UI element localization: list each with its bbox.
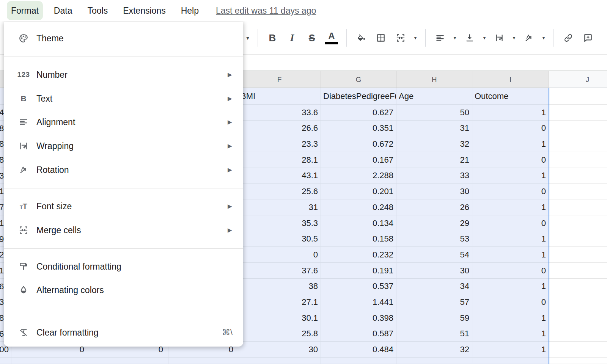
cell-age[interactable]: 34 — [396, 279, 472, 294]
cell-pedigree[interactable]: 0.191 — [321, 263, 396, 279]
cell-j[interactable] — [549, 215, 607, 231]
cell-pedigree[interactable]: 1.441 — [321, 294, 396, 310]
cell-outcome[interactable]: 0 — [472, 121, 549, 136]
menu-item-font-size[interactable]: TTFont size▶ — [4, 195, 243, 218]
cell-bmi[interactable]: 33.6 — [238, 105, 321, 121]
column-header-g[interactable]: G — [321, 71, 396, 88]
cell-age[interactable]: 53 — [396, 231, 472, 247]
cell-age[interactable]: 30 — [396, 184, 472, 199]
horizontal-align-icon[interactable] — [430, 28, 450, 48]
cell-outcome[interactable]: 1 — [472, 326, 549, 342]
cell-bmi[interactable]: 38 — [238, 279, 321, 294]
cell-outcome[interactable]: 1 — [472, 231, 549, 247]
cell-d[interactable] — [89, 358, 168, 364]
cell-j[interactable] — [549, 294, 607, 310]
text-rotation-icon[interactable] — [519, 28, 539, 48]
text-rotation-icon-dropdown[interactable]: ▼ — [539, 28, 549, 48]
cell-bmi[interactable]: 37.6 — [238, 263, 321, 279]
cell-bmi[interactable]: 28.1 — [238, 152, 321, 168]
horizontal-align-icon-dropdown[interactable]: ▼ — [450, 28, 460, 48]
cell-bmi[interactable]: 27.1 — [238, 294, 321, 310]
cell-bmi[interactable]: 26.6 — [238, 121, 321, 136]
cell-age[interactable]: 54 — [396, 247, 472, 263]
cell-age[interactable]: 29 — [396, 215, 472, 231]
cell-age[interactable]: 31 — [396, 121, 472, 136]
cell-header-j[interactable] — [549, 88, 607, 105]
cell-bmi[interactable]: 30.1 — [238, 310, 321, 326]
cell-bmi[interactable]: 25.8 — [238, 326, 321, 342]
cell-header-age[interactable]: Age — [396, 88, 472, 105]
cell-age[interactable]: 50 — [396, 105, 472, 121]
cell-pedigree[interactable]: 0.134 — [321, 215, 396, 231]
menu-item-theme[interactable]: Theme — [4, 27, 243, 50]
cell-j[interactable] — [549, 121, 607, 136]
cell-age[interactable]: 57 — [396, 294, 472, 310]
italic-icon[interactable]: I — [282, 28, 302, 48]
cell-bmi[interactable]: 23.3 — [238, 136, 321, 152]
cell-j[interactable] — [549, 184, 607, 199]
cell-bmi[interactable]: 30 — [238, 342, 321, 358]
text-wrap-icon-dropdown[interactable]: ▼ — [509, 28, 519, 48]
cell-bmi[interactable] — [238, 358, 321, 364]
menu-item-alignment[interactable]: Alignment▶ — [4, 110, 243, 134]
menu-item-merge-cells[interactable]: Merge cells▶ — [4, 218, 243, 242]
cell-j[interactable] — [549, 231, 607, 247]
text-wrap-icon[interactable] — [489, 28, 509, 48]
cell-outcome[interactable] — [472, 358, 549, 364]
insert-comment-icon[interactable] — [578, 28, 598, 48]
cell-outcome[interactable]: 1 — [472, 279, 549, 294]
menu-item-number[interactable]: 123Number▶ — [4, 63, 243, 86]
merge-cells-icon[interactable] — [391, 28, 410, 48]
cell-j[interactable] — [549, 247, 607, 263]
cell-pedigree[interactable]: 0.248 — [321, 199, 396, 215]
cell-pedigree[interactable]: 0.351 — [321, 121, 396, 136]
merge-cells-icon-dropdown[interactable]: ▼ — [410, 28, 420, 48]
cell-age[interactable] — [396, 358, 472, 364]
cell-header-bmi[interactable]: BMI — [238, 88, 321, 105]
cell-j[interactable] — [549, 152, 607, 168]
cell-age[interactable]: 32 — [396, 136, 472, 152]
cell-outcome[interactable]: 1 — [472, 136, 549, 152]
cell-outcome[interactable]: 1 — [472, 342, 549, 358]
cell-age[interactable]: 30 — [396, 263, 472, 279]
strikethrough-icon[interactable]: S — [302, 28, 322, 48]
cell-pedigree[interactable]: 0.167 — [321, 152, 396, 168]
cell-age[interactable]: 32 — [396, 342, 472, 358]
column-header-f[interactable]: F — [238, 71, 321, 88]
insert-link-icon[interactable] — [558, 28, 578, 48]
menubar-item-tools[interactable]: Tools — [83, 1, 112, 20]
cell-outcome[interactable]: 1 — [472, 247, 549, 263]
cell-age[interactable]: 26 — [396, 199, 472, 215]
cell-age[interactable]: 59 — [396, 310, 472, 326]
cell-header-diabetespedigree[interactable]: DiabetesPedigreeFunction — [321, 88, 396, 105]
cell-j[interactable] — [549, 310, 607, 326]
borders-icon[interactable] — [371, 28, 391, 48]
column-header-h[interactable]: H — [396, 71, 472, 88]
fill-color-icon[interactable] — [351, 28, 371, 48]
cell-c[interactable] — [11, 358, 89, 364]
cell-j[interactable] — [549, 342, 607, 358]
cell-bmi[interactable]: 0 — [238, 247, 321, 263]
dropdown-chevron-icon[interactable]: ▼ — [243, 28, 253, 48]
cell-pedigree[interactable]: 0.484 — [321, 342, 396, 358]
cell-j[interactable] — [549, 326, 607, 342]
cell-outcome[interactable]: 1 — [472, 105, 549, 121]
cell-outcome[interactable]: 1 — [472, 310, 549, 326]
formula-bar-area[interactable] — [243, 55, 607, 71]
cell-outcome[interactable]: 0 — [472, 263, 549, 279]
cell-b-clipped[interactable] — [0, 358, 11, 364]
cell-header-outcome[interactable]: Outcome — [472, 88, 549, 105]
column-header-j[interactable]: J — [549, 71, 607, 88]
vertical-align-icon[interactable] — [460, 28, 480, 48]
cell-j[interactable] — [549, 105, 607, 121]
menubar-item-help[interactable]: Help — [177, 1, 203, 20]
cell-outcome[interactable]: 1 — [472, 199, 549, 215]
menu-item-text[interactable]: BText▶ — [4, 87, 243, 110]
column-header-i[interactable]: I — [472, 71, 549, 88]
cell-pedigree[interactable]: 0.537 — [321, 279, 396, 294]
cell-bmi[interactable]: 43.1 — [238, 168, 321, 184]
cell-e[interactable] — [168, 358, 238, 364]
cell-outcome[interactable]: 1 — [472, 168, 549, 184]
cell-pedigree[interactable]: 2.288 — [321, 168, 396, 184]
cell-bmi[interactable]: 30.5 — [238, 231, 321, 247]
